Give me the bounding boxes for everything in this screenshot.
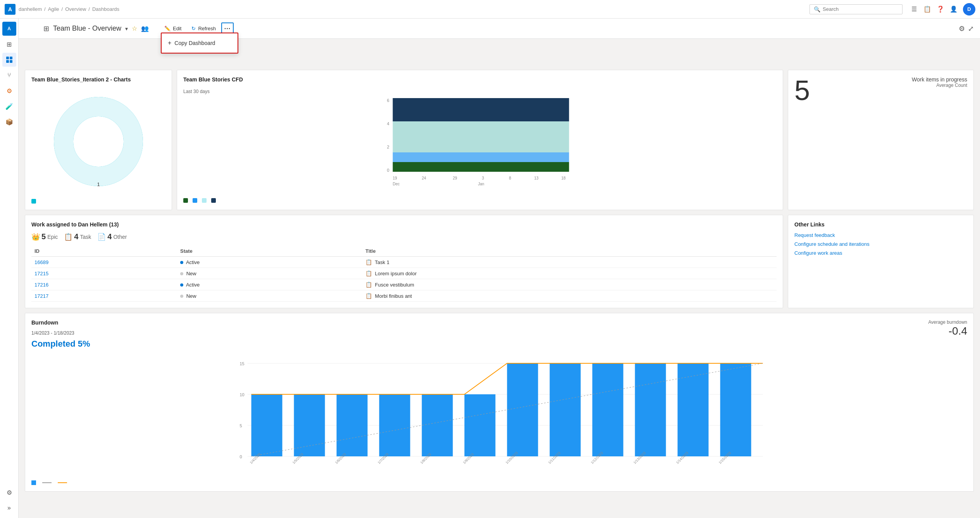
svg-rect-3 <box>10 57 12 59</box>
burndown-stat: Average burndown -0.4 <box>928 319 967 349</box>
dashboard-right-icons: ⚙ ⤢ <box>959 24 974 33</box>
row-id[interactable]: 16689 <box>31 257 177 268</box>
sidebar-item-pipelines[interactable]: ⚙ <box>2 84 16 98</box>
breadcrumb: danhellem / Agile / Overview / Dashboard… <box>19 6 119 12</box>
svg-text:10: 10 <box>240 392 245 397</box>
sidebar-item-test[interactable]: 🧪 <box>2 99 16 113</box>
svg-text:8: 8 <box>509 176 512 180</box>
stories-chart-card: Team Blue_Stories_Iteration 2 - Charts 1 <box>25 70 172 210</box>
wi-label: Work items in progress Average Count <box>912 76 967 88</box>
svg-text:6: 6 <box>387 98 389 103</box>
breadcrumb-overview[interactable]: Overview <box>65 6 86 12</box>
breadcrumb-org[interactable]: danhellem <box>19 6 42 12</box>
search-box[interactable]: 🔍 <box>809 4 902 14</box>
svg-rect-39 <box>422 394 453 456</box>
row-state: Active <box>177 257 362 268</box>
legend-dot-blue <box>31 199 36 204</box>
other-link-item[interactable]: Configure work areas <box>794 250 967 256</box>
star-icon[interactable]: ☆ <box>132 25 137 32</box>
burndown-dates: 1/4/2023 - 1/18/2023 <box>31 330 90 336</box>
table-row: 17215 New 📋 Lorem ipsum dolor <box>31 268 777 279</box>
epic-count: 5 <box>41 232 46 241</box>
sidebar-item-org[interactable]: A <box>2 22 16 36</box>
svg-text:4: 4 <box>387 121 389 126</box>
wa-badge-other: 📄 4 Other <box>97 232 127 241</box>
row-id[interactable]: 17216 <box>31 279 177 290</box>
settings-icon[interactable]: ⚙ <box>959 24 965 33</box>
work-items-value: 5 <box>794 76 810 104</box>
user-icon[interactable]: 👤 <box>950 5 958 13</box>
svg-text:0: 0 <box>240 454 242 459</box>
clipboard-icon[interactable]: 📋 <box>923 5 931 13</box>
help-icon[interactable]: ❓ <box>937 5 944 13</box>
cfd-subtitle: Last 30 days <box>183 89 777 94</box>
dashboard-grid-icon: ⊞ <box>43 24 49 33</box>
svg-rect-43 <box>592 363 623 456</box>
sidebar-item-artifacts[interactable]: 📦 <box>2 115 16 129</box>
row-state: New <box>177 268 362 279</box>
svg-text:A: A <box>8 6 12 12</box>
work-assigned-card: Work assigned to Dan Hellem (13) 👑 5 Epi… <box>25 215 783 308</box>
svg-rect-46 <box>720 363 751 456</box>
search-input[interactable] <box>823 6 898 12</box>
edit-button[interactable]: ✏️ Edit <box>160 24 186 33</box>
burndown-legend <box>31 480 967 485</box>
refresh-button[interactable]: ↻ Refresh <box>187 24 220 33</box>
svg-rect-36 <box>294 394 325 456</box>
svg-marker-14 <box>393 98 569 121</box>
other-links-title: Other Links <box>794 221 967 228</box>
row-id[interactable]: 17215 <box>31 268 177 279</box>
svg-text:Dec: Dec <box>393 182 400 186</box>
col-state: State <box>177 246 362 257</box>
ellipsis-icon: ··· <box>224 25 231 32</box>
sidebar-item-collapse[interactable]: » <box>2 501 16 515</box>
copy-dashboard-item[interactable]: + Copy Dashboard <box>162 36 238 50</box>
cfd-card: Team Blue Stories CFD Last 30 days 6 4 2… <box>177 70 783 210</box>
breadcrumb-agile[interactable]: Agile <box>48 6 59 12</box>
sidebar-item-boards[interactable] <box>2 53 16 67</box>
burndown-meta: Burndown 1/4/2023 - 1/18/2023 Completed … <box>31 319 967 349</box>
left-sidebar: A ⊞ ⑂ ⚙ 🧪 📦 ⚙ » <box>0 19 19 518</box>
col-title: Title <box>362 246 777 257</box>
sidebar-item-overview[interactable]: ⊞ <box>2 37 16 51</box>
stories-chart-title: Team Blue_Stories_Iteration 2 - Charts <box>31 76 165 83</box>
wa-badge-task: 📋 4 Task <box>64 232 91 241</box>
svg-rect-41 <box>507 363 538 456</box>
row-state: New <box>177 290 362 302</box>
nav-logo[interactable]: A <box>5 4 16 15</box>
cfd-chart: 6 4 2 0 19 24 29 3 <box>183 94 777 195</box>
svg-rect-2 <box>6 57 9 59</box>
row-id[interactable]: 17217 <box>31 290 177 302</box>
other-link-item[interactable]: Configure schedule and iterations <box>794 241 967 247</box>
breadcrumb-dashboards[interactable]: Dashboards <box>92 6 119 12</box>
svg-text:29: 29 <box>453 176 458 180</box>
burndown-avg-value: -0.4 <box>928 325 967 337</box>
search-icon: 🔍 <box>814 6 820 12</box>
task-label: Task <box>80 234 91 240</box>
cfd-title: Team Blue Stories CFD <box>183 76 243 83</box>
status-dot <box>180 295 183 298</box>
expand-icon[interactable]: ⤢ <box>968 24 974 33</box>
svg-rect-5 <box>10 60 12 63</box>
other-link-item[interactable]: Request feedback <box>794 232 967 238</box>
dashboard-title: Team Blue - Overview <box>53 24 121 33</box>
main-content: Team Blue_Stories_Iteration 2 - Charts 1… <box>19 37 980 518</box>
epic-icon: 👑 <box>31 233 40 241</box>
plus-icon: + <box>168 40 171 47</box>
sidebar-item-settings[interactable]: ⚙ <box>2 485 16 499</box>
work-assigned-table: ID State Title 16689 Active 📋 Task 1 172… <box>31 246 777 302</box>
list-icon[interactable]: ☰ <box>910 5 918 13</box>
avatar[interactable]: D <box>963 3 975 16</box>
burndown-card: Burndown 1/4/2023 - 1/18/2023 Completed … <box>25 313 974 492</box>
epic-label: Epic <box>47 234 58 240</box>
team-icon[interactable]: 👥 <box>141 25 149 32</box>
chevron-down-icon[interactable]: ▾ <box>125 26 128 32</box>
status-dot <box>180 283 183 287</box>
task-type-icon: 📋 <box>365 259 372 265</box>
cards-grid: Team Blue_Stories_Iteration 2 - Charts 1… <box>25 70 974 492</box>
status-dot <box>180 261 183 264</box>
task-icon: 📋 <box>64 233 72 241</box>
work-assigned-title: Work assigned to Dan Hellem (13) <box>31 221 777 228</box>
sidebar-item-repos[interactable]: ⑂ <box>2 68 16 82</box>
svg-text:3: 3 <box>482 176 484 180</box>
